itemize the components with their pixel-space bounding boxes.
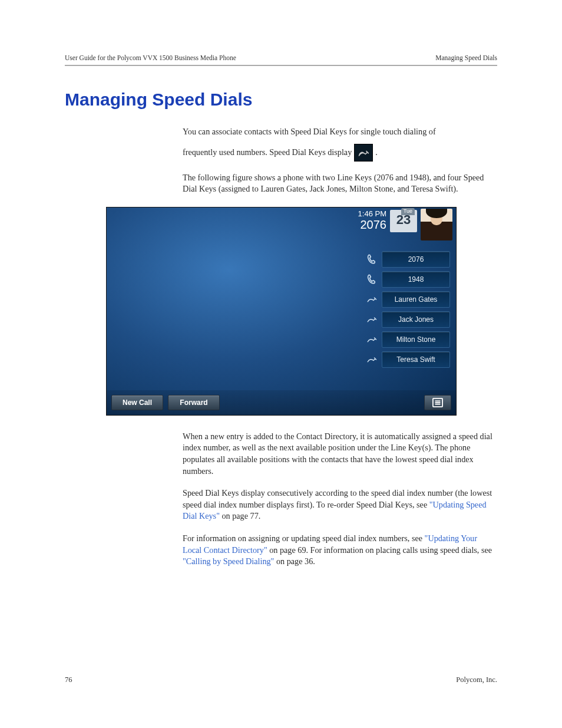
paragraph-3: When a new entry is added to the Contact…	[183, 431, 497, 477]
speed-dial-key[interactable]: Lauren Gates	[365, 291, 450, 308]
page-title: Managing Speed Dials	[65, 90, 497, 110]
phone-date-widget[interactable]: Tue 23	[390, 210, 417, 232]
speed-dial-icon	[365, 313, 378, 326]
line-key[interactable]: 1948	[365, 271, 450, 288]
speed-dial-key[interactable]: Jack Jones	[365, 311, 450, 328]
body-section-lower: When a new entry is added to the Contact…	[183, 431, 497, 568]
phone-screenshot: 1:46 PM 2076 Tue 23 2076 1948 Lauren Gat…	[106, 207, 457, 416]
paragraph-5: For information on assigning or updating…	[183, 533, 497, 568]
p1-line1: You can associate contacts with Speed Di…	[183, 126, 497, 138]
new-call-button[interactable]: New Call	[111, 395, 163, 410]
line-keys-column: 2076 1948 Lauren Gates Jack Jones Milton…	[365, 251, 450, 368]
speed-dial-label: Milton Stone	[382, 331, 450, 348]
speed-dial-key[interactable]: Milton Stone	[365, 331, 450, 348]
speed-dial-label: Lauren Gates	[382, 291, 450, 308]
speed-dial-icon	[365, 353, 378, 366]
speed-dial-label: Jack Jones	[382, 311, 450, 328]
phone-time: 1:46 PM	[358, 210, 386, 218]
line-key-label: 2076	[382, 251, 450, 268]
page-number: 76	[65, 676, 72, 684]
p4-text-b: on page 77.	[220, 511, 260, 521]
body-section: You can associate contacts with Speed Di…	[183, 126, 497, 195]
paragraph-4: Speed Dial Keys display consecutively ac…	[183, 487, 497, 522]
paragraph-1: You can associate contacts with Speed Di…	[183, 126, 497, 162]
speed-dial-icon	[365, 293, 378, 306]
p5-text-c: on page 36.	[274, 556, 315, 566]
page-footer: 76 Polycom, Inc.	[65, 676, 497, 684]
phone-status-bar: 1:46 PM 2076 Tue 23	[107, 207, 456, 241]
p1-line2b: .	[375, 147, 378, 159]
forward-button[interactable]: Forward	[168, 395, 220, 410]
line-key-label: 1948	[382, 271, 450, 288]
p5-text-b: on page 69. For information on placing c…	[267, 545, 492, 555]
phone-day: Tue	[401, 208, 415, 215]
phone-extension: 2076	[358, 218, 386, 231]
company-name: Polycom, Inc.	[456, 676, 497, 684]
page-header: User Guide for the Polycom VVX 1500 Busi…	[65, 54, 497, 66]
phone-selfview-thumb[interactable]	[421, 209, 452, 241]
line-key[interactable]: 2076	[365, 251, 450, 268]
handset-icon	[365, 253, 378, 266]
speed-dial-icon	[365, 333, 378, 346]
speed-dial-label: Teresa Swift	[382, 351, 450, 368]
handset-icon	[365, 273, 378, 286]
p5-text-a: For information on assigning or updating…	[183, 533, 425, 543]
speed-dial-icon	[354, 144, 373, 162]
softkey-bar: New Call Forward	[107, 390, 456, 415]
calling-by-speed-dialing-link[interactable]: "Calling by Speed Dialing"	[183, 556, 274, 566]
paragraph-2: The following figure shows a phone with …	[183, 172, 497, 195]
header-right: Managing Speed Dials	[435, 54, 497, 61]
header-left: User Guide for the Polycom VVX 1500 Busi…	[65, 54, 236, 61]
menu-button[interactable]	[424, 395, 451, 410]
p1-line2a: frequently used numbers. Speed Dial Keys…	[183, 147, 352, 159]
speed-dial-key[interactable]: Teresa Swift	[365, 351, 450, 368]
